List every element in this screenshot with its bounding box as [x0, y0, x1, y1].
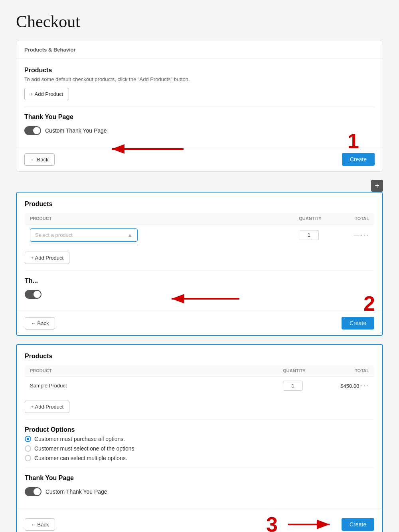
- plus-add-button[interactable]: +: [371, 180, 383, 192]
- radio-circle-3: [25, 455, 31, 461]
- back-button-2[interactable]: ← Back: [25, 317, 55, 330]
- product-options-heading: Product Options: [25, 426, 374, 433]
- toggle-3[interactable]: [25, 487, 41, 496]
- radio-group: Customer must purchase all options. Cust…: [25, 436, 374, 461]
- row-total-3: $450.00: [340, 383, 359, 389]
- add-product-button-2[interactable]: + Add Product: [25, 252, 69, 264]
- footer-3: ← Back 3 Create: [17, 508, 382, 532]
- radio-label-1: Customer must purchase all options.: [34, 436, 125, 442]
- total-dash: —: [354, 232, 359, 238]
- product-select-cell: Select a product ▲ US$15.00 every month …: [25, 224, 294, 246]
- total-cell-2: — ···: [326, 224, 374, 246]
- radio-circle-2: [25, 445, 31, 452]
- product-dropdown: US$15.00 every month (12 payments) US$18…: [30, 244, 138, 246]
- col-quantity-2: QUANTITY: [294, 213, 326, 224]
- annotation-num-3: 3: [266, 514, 278, 532]
- row-options-button-3[interactable]: ···: [361, 381, 369, 390]
- col-total-3: TOTAL: [310, 365, 374, 377]
- card-2: Products PRODUCT QUANTITY TOTAL: [16, 192, 383, 336]
- annotation-num-1: 1: [348, 131, 359, 151]
- card-1: Products & Behavior Products To add some…: [16, 41, 383, 172]
- footer-2: ← Back Create: [17, 311, 382, 335]
- back-button-1[interactable]: ← Back: [24, 153, 55, 166]
- thank-you-heading-3: Thank You Page: [25, 474, 374, 482]
- radio-circle-1: [25, 436, 31, 442]
- quantity-input-3[interactable]: [283, 381, 303, 391]
- add-product-button-1[interactable]: + Add Product: [24, 88, 69, 100]
- create-button-1[interactable]: Create: [342, 153, 375, 166]
- products-heading-3: Products: [25, 353, 374, 360]
- quantity-input-2[interactable]: [299, 230, 319, 240]
- col-total-2: TOTAL: [326, 213, 374, 224]
- table-row-3: Sample Product $450.00 ···: [25, 377, 374, 395]
- total-cell-3: $450.00 ···: [310, 377, 374, 395]
- col-product-3: PRODUCT: [25, 365, 279, 377]
- quantity-cell-3: [278, 377, 310, 395]
- thank-you-heading-1: Thank You Page: [24, 113, 375, 121]
- toggle-wrap-3: Custom Thank You Page: [25, 487, 374, 496]
- annotation-num-2: 2: [363, 293, 375, 314]
- quantity-cell-2: [294, 224, 326, 246]
- product-select[interactable]: Select a product ▲: [30, 228, 138, 242]
- toggle-label-1: Custom Thank You Page: [45, 127, 107, 134]
- col-quantity-3: QUANTITY: [278, 365, 310, 377]
- product-table-2: PRODUCT QUANTITY TOTAL Select a product: [25, 212, 374, 246]
- col-product-2: PRODUCT: [25, 213, 294, 224]
- radio-label-3: Customer can select multiple options.: [34, 455, 127, 461]
- products-heading-1: Products: [24, 67, 375, 74]
- row-options-button-2[interactable]: ···: [361, 231, 369, 239]
- page-title: Checkout: [16, 12, 383, 31]
- toggle-label-3: Custom Thank You Page: [45, 488, 107, 495]
- footer-1: ← Back Create: [16, 147, 383, 171]
- card-1-section-title: Products & Behavior: [16, 41, 383, 59]
- thank-you-heading-2: Th...: [25, 277, 374, 284]
- radio-label-2: Customer must select one of the options.: [34, 445, 136, 452]
- table-row-2: Select a product ▲ US$15.00 every month …: [25, 224, 374, 246]
- back-button-3[interactable]: ← Back: [25, 518, 55, 531]
- product-name-3: Sample Product: [25, 377, 279, 395]
- products-heading-2: Products: [25, 200, 374, 208]
- radio-item-1[interactable]: Customer must purchase all options.: [25, 436, 374, 442]
- add-product-button-3[interactable]: + Add Product: [25, 401, 69, 413]
- toggle-1[interactable]: [24, 126, 41, 135]
- arrow-1-annotation: [100, 139, 188, 159]
- toggle-wrap-1: Custom Thank You Page: [24, 126, 375, 135]
- radio-item-3[interactable]: Customer can select multiple options.: [25, 455, 374, 461]
- arrow-3-annotation: [286, 516, 334, 532]
- radio-item-2[interactable]: Customer must select one of the options.: [25, 445, 374, 452]
- card-3: Products PRODUCT QUANTITY TOTAL Sample P…: [16, 344, 383, 532]
- arrow-2-annotation: [164, 289, 243, 309]
- toggle-2[interactable]: [25, 290, 41, 299]
- product-table-3: PRODUCT QUANTITY TOTAL Sample Product: [25, 365, 374, 395]
- create-button-2[interactable]: Create: [342, 317, 374, 330]
- create-button-3[interactable]: Create: [342, 518, 374, 531]
- products-desc-1: To add some default checkout products, c…: [24, 76, 375, 82]
- product-search-input[interactable]: [30, 244, 137, 246]
